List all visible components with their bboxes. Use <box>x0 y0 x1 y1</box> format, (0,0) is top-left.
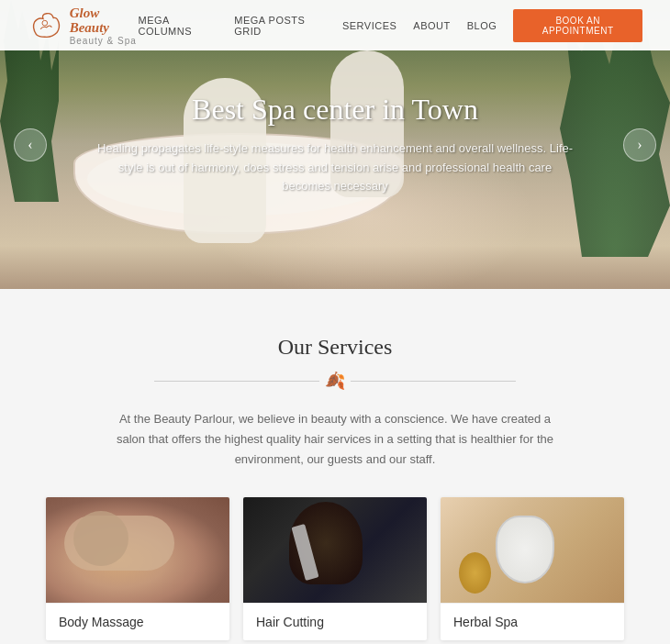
nav-mega-posts-grid[interactable]: MEGA POSTS GRID <box>234 15 326 37</box>
logo-brand: Glow Beauty <box>70 6 139 36</box>
hair-image <box>243 497 427 603</box>
services-section: Our Services 🍂 At the Beauty Parlour, we… <box>0 289 670 644</box>
service-card-body-massage[interactable]: Body Massage <box>46 497 229 640</box>
chevron-left-icon: ‹ <box>28 137 32 153</box>
section-divider: 🍂 <box>28 371 642 391</box>
site-header: Glow Beauty Beauty & Spa MEGA COLUMNS ME… <box>0 0 670 50</box>
card-label-body-massage: Body Massage <box>46 603 229 640</box>
card-image-hair-cutting <box>243 497 427 603</box>
logo[interactable]: Glow Beauty Beauty & Spa <box>28 6 139 46</box>
card-label-herbal-spa: Herbal Spa <box>441 603 624 640</box>
herbal-image <box>441 497 624 603</box>
hero-title: Best Spa center in Town <box>192 93 478 127</box>
book-appointment-button[interactable]: BOOK AN APPOINTMENT <box>513 9 642 42</box>
massage-image <box>46 497 229 603</box>
nav-blog[interactable]: BLOG <box>467 20 497 31</box>
svg-point-0 <box>42 20 48 26</box>
main-nav: MEGA COLUMNS MEGA POSTS GRID SERVICES AB… <box>139 9 642 42</box>
chevron-right-icon: › <box>637 137 642 153</box>
hero-subtitle: Healing propagates life-style measures f… <box>96 139 574 196</box>
divider-line-right <box>351 381 516 382</box>
card-image-herbal-spa <box>441 497 624 603</box>
card-label-hair-cutting: Hair Cutting <box>243 603 427 640</box>
service-card-herbal-spa[interactable]: Herbal Spa <box>441 497 624 640</box>
leaf-icon: 🍂 <box>325 371 345 391</box>
services-description: At the Beauty Parlour, we believe in bea… <box>106 409 564 470</box>
hero-next-arrow[interactable]: › <box>623 128 656 161</box>
nav-services[interactable]: SERVICES <box>342 20 396 31</box>
nav-mega-columns[interactable]: MEGA COLUMNS <box>139 15 218 37</box>
service-cards-row: Body Massage Hair Cutting Herbal Spa <box>28 497 642 640</box>
nav-about[interactable]: ABOUT <box>413 20 450 31</box>
service-card-hair-cutting[interactable]: Hair Cutting <box>243 497 427 640</box>
card-image-body-massage <box>46 497 229 603</box>
services-title: Our Services <box>28 335 642 360</box>
logo-tagline: Beauty & Spa <box>70 36 139 46</box>
hero-prev-arrow[interactable]: ‹ <box>14 128 47 161</box>
divider-line-left <box>154 381 319 382</box>
logo-icon <box>28 9 62 41</box>
